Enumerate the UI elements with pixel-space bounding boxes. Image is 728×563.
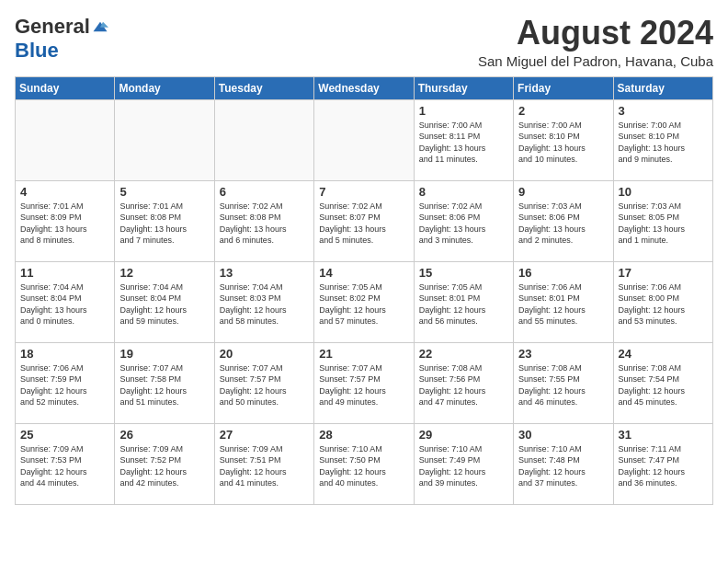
day-info: Sunrise: 7:04 AMSunset: 8:03 PMDaylight:…: [220, 282, 309, 327]
day-info: Sunrise: 7:09 AMSunset: 7:53 PMDaylight:…: [20, 443, 109, 489]
calendar-cell: 14Sunrise: 7:05 AMSunset: 8:02 PMDayligh…: [314, 261, 414, 342]
calendar-table: SundayMondayTuesdayWednesdayThursdayFrid…: [15, 76, 713, 505]
day-number: 2: [518, 104, 608, 118]
day-number: 3: [619, 104, 708, 118]
day-number: 10: [619, 185, 708, 199]
day-info: Sunrise: 7:05 AMSunset: 8:01 PMDaylight:…: [419, 282, 508, 327]
day-info: Sunrise: 7:02 AMSunset: 8:07 PMDaylight:…: [319, 201, 408, 247]
day-info: Sunrise: 7:06 AMSunset: 8:01 PMDaylight:…: [518, 282, 608, 327]
day-info: Sunrise: 7:07 AMSunset: 7:57 PMDaylight:…: [319, 362, 408, 408]
day-number: 29: [419, 428, 508, 442]
day-number: 13: [220, 266, 309, 280]
day-number: 9: [518, 185, 608, 199]
day-number: 5: [119, 185, 209, 199]
day-info: Sunrise: 7:08 AMSunset: 7:55 PMDaylight:…: [518, 362, 608, 408]
calendar-cell: 31Sunrise: 7:11 AMSunset: 7:47 PMDayligh…: [613, 423, 712, 504]
day-number: 24: [619, 347, 708, 361]
day-number: 1: [419, 104, 508, 118]
day-info: Sunrise: 7:01 AMSunset: 8:08 PMDaylight:…: [119, 201, 209, 247]
day-number: 30: [518, 428, 608, 442]
day-number: 28: [319, 428, 408, 442]
calendar-cell: 11Sunrise: 7:04 AMSunset: 8:04 PMDayligh…: [16, 261, 115, 342]
day-number: 16: [518, 266, 608, 280]
day-info: Sunrise: 7:00 AMSunset: 8:11 PMDaylight:…: [419, 120, 508, 166]
day-info: Sunrise: 7:07 AMSunset: 7:58 PMDaylight:…: [119, 362, 209, 408]
calendar-cell: 30Sunrise: 7:10 AMSunset: 7:48 PMDayligh…: [514, 423, 613, 504]
day-info: Sunrise: 7:00 AMSunset: 8:10 PMDaylight:…: [619, 120, 708, 166]
calendar-week-row: 18Sunrise: 7:06 AMSunset: 7:59 PMDayligh…: [16, 342, 713, 423]
calendar-cell: 20Sunrise: 7:07 AMSunset: 7:57 PMDayligh…: [214, 342, 313, 423]
day-number: 4: [20, 185, 109, 199]
day-info: Sunrise: 7:04 AMSunset: 8:04 PMDaylight:…: [119, 282, 209, 327]
day-info: Sunrise: 7:04 AMSunset: 8:04 PMDaylight:…: [20, 282, 109, 327]
calendar-cell: [314, 99, 414, 180]
calendar-cell: 9Sunrise: 7:03 AMSunset: 8:06 PMDaylight…: [514, 180, 613, 261]
day-info: Sunrise: 7:03 AMSunset: 8:05 PMDaylight:…: [619, 201, 708, 247]
day-info: Sunrise: 7:03 AMSunset: 8:06 PMDaylight:…: [518, 201, 608, 247]
day-header-thursday: Thursday: [414, 76, 513, 99]
day-number: 22: [419, 347, 508, 361]
day-header-tuesday: Tuesday: [214, 76, 313, 99]
day-info: Sunrise: 7:09 AMSunset: 7:51 PMDaylight:…: [220, 443, 309, 489]
calendar-week-row: 4Sunrise: 7:01 AMSunset: 8:09 PMDaylight…: [16, 180, 713, 261]
day-info: Sunrise: 7:11 AMSunset: 7:47 PMDaylight:…: [619, 443, 708, 489]
calendar-cell: 15Sunrise: 7:05 AMSunset: 8:01 PMDayligh…: [414, 261, 513, 342]
day-number: 20: [220, 347, 309, 361]
calendar-cell: 1Sunrise: 7:00 AMSunset: 8:11 PMDaylight…: [414, 99, 513, 180]
day-header-monday: Monday: [115, 76, 214, 99]
location: San Miguel del Padron, Havana, Cuba: [478, 53, 713, 69]
calendar-cell: 7Sunrise: 7:02 AMSunset: 8:07 PMDaylight…: [314, 180, 414, 261]
day-number: 17: [619, 266, 708, 280]
calendar-cell: 10Sunrise: 7:03 AMSunset: 8:05 PMDayligh…: [613, 180, 712, 261]
day-info: Sunrise: 7:01 AMSunset: 8:09 PMDaylight:…: [20, 201, 109, 247]
calendar-cell: 16Sunrise: 7:06 AMSunset: 8:01 PMDayligh…: [514, 261, 613, 342]
day-number: 7: [319, 185, 408, 199]
day-number: 26: [119, 428, 209, 442]
calendar-week-row: 25Sunrise: 7:09 AMSunset: 7:53 PMDayligh…: [16, 423, 713, 504]
day-header-saturday: Saturday: [613, 76, 712, 99]
logo-blue-text: Blue: [15, 39, 59, 63]
calendar-cell: [115, 99, 214, 180]
calendar-cell: 25Sunrise: 7:09 AMSunset: 7:53 PMDayligh…: [16, 423, 115, 504]
day-number: 8: [419, 185, 508, 199]
calendar-cell: [214, 99, 313, 180]
calendar-header-row: SundayMondayTuesdayWednesdayThursdayFrid…: [16, 76, 713, 99]
day-info: Sunrise: 7:00 AMSunset: 8:10 PMDaylight:…: [518, 120, 608, 166]
calendar-cell: 6Sunrise: 7:02 AMSunset: 8:08 PMDaylight…: [214, 180, 313, 261]
calendar-week-row: 1Sunrise: 7:00 AMSunset: 8:11 PMDaylight…: [16, 99, 713, 180]
day-info: Sunrise: 7:06 AMSunset: 8:00 PMDaylight:…: [619, 282, 708, 327]
calendar-cell: 12Sunrise: 7:04 AMSunset: 8:04 PMDayligh…: [115, 261, 214, 342]
calendar-cell: [16, 99, 115, 180]
calendar-cell: 23Sunrise: 7:08 AMSunset: 7:55 PMDayligh…: [514, 342, 613, 423]
calendar-cell: 26Sunrise: 7:09 AMSunset: 7:52 PMDayligh…: [115, 423, 214, 504]
day-number: 18: [20, 347, 109, 361]
day-info: Sunrise: 7:06 AMSunset: 7:59 PMDaylight:…: [20, 362, 109, 408]
calendar-cell: 13Sunrise: 7:04 AMSunset: 8:03 PMDayligh…: [214, 261, 313, 342]
day-number: 6: [220, 185, 309, 199]
day-info: Sunrise: 7:02 AMSunset: 8:08 PMDaylight:…: [220, 201, 309, 247]
day-info: Sunrise: 7:09 AMSunset: 7:52 PMDaylight:…: [119, 443, 209, 489]
day-info: Sunrise: 7:07 AMSunset: 7:57 PMDaylight:…: [220, 362, 309, 408]
day-number: 31: [619, 428, 708, 442]
title-block: August 2024 San Miguel del Padron, Havan…: [478, 15, 713, 69]
day-info: Sunrise: 7:10 AMSunset: 7:48 PMDaylight:…: [518, 443, 608, 489]
day-header-friday: Friday: [514, 76, 613, 99]
day-info: Sunrise: 7:05 AMSunset: 8:02 PMDaylight:…: [319, 282, 408, 327]
day-number: 11: [20, 266, 109, 280]
day-number: 14: [319, 266, 408, 280]
day-info: Sunrise: 7:10 AMSunset: 7:49 PMDaylight:…: [419, 443, 508, 489]
calendar-cell: 22Sunrise: 7:08 AMSunset: 7:56 PMDayligh…: [414, 342, 513, 423]
calendar-week-row: 11Sunrise: 7:04 AMSunset: 8:04 PMDayligh…: [16, 261, 713, 342]
calendar-cell: 18Sunrise: 7:06 AMSunset: 7:59 PMDayligh…: [16, 342, 115, 423]
day-header-wednesday: Wednesday: [314, 76, 414, 99]
calendar-cell: 4Sunrise: 7:01 AMSunset: 8:09 PMDaylight…: [16, 180, 115, 261]
calendar-cell: 27Sunrise: 7:09 AMSunset: 7:51 PMDayligh…: [214, 423, 313, 504]
day-number: 23: [518, 347, 608, 361]
calendar-cell: 3Sunrise: 7:00 AMSunset: 8:10 PMDaylight…: [613, 99, 712, 180]
calendar-cell: 29Sunrise: 7:10 AMSunset: 7:49 PMDayligh…: [414, 423, 513, 504]
calendar-cell: 21Sunrise: 7:07 AMSunset: 7:57 PMDayligh…: [314, 342, 414, 423]
day-header-sunday: Sunday: [16, 76, 115, 99]
calendar-cell: 8Sunrise: 7:02 AMSunset: 8:06 PMDaylight…: [414, 180, 513, 261]
day-number: 19: [119, 347, 209, 361]
month-title: August 2024: [478, 15, 713, 52]
